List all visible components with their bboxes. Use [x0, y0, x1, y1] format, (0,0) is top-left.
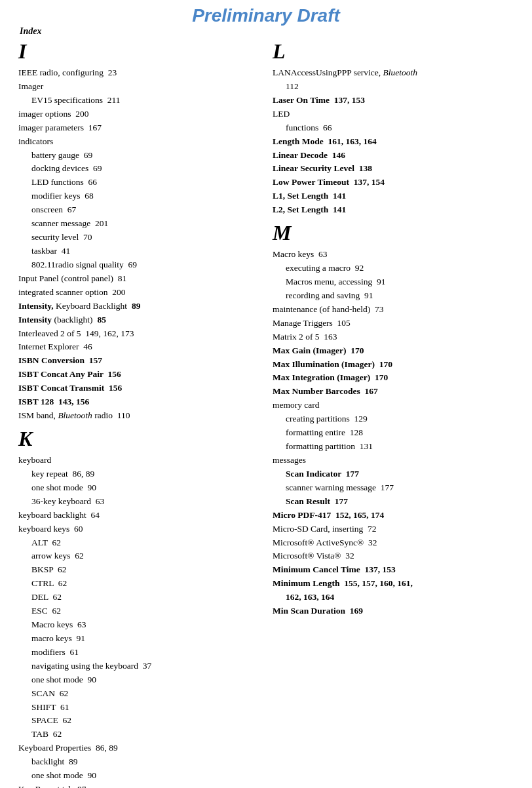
list-item: modifiers 61 [18, 646, 259, 660]
list-item: 112 [273, 80, 514, 94]
list-item: formatting entire 128 [273, 426, 514, 440]
main-content: I IEEE radio, configuring 23 Imager EV15… [0, 35, 532, 788]
left-column: I IEEE radio, configuring 23 Imager EV15… [18, 35, 259, 788]
list-item: security level 70 [18, 231, 259, 245]
list-item: Microsoft® Vista® 32 [273, 549, 514, 563]
letter-l: L [273, 39, 514, 64]
list-item: ISM band, Bluetooth radio 110 [18, 409, 259, 423]
list-item: SCAN 62 [18, 687, 259, 701]
list-item: Input Panel (control panel) 81 [18, 272, 259, 286]
list-item: macro keys 91 [18, 632, 259, 646]
page-title: Preliminary Draft [0, 5, 532, 26]
list-item: Min Scan Duration 169 [273, 604, 514, 618]
list-item: Intensity (backlight) 85 [18, 313, 259, 327]
list-item: ISBT 128 143, 156 [18, 395, 259, 409]
list-item: arrow keys 62 [18, 549, 259, 563]
list-item: indicators [18, 135, 259, 149]
list-item: ISBT Concat Transmit 156 [18, 382, 259, 395]
list-item: SHIFT 61 [18, 701, 259, 715]
list-item: ISBN Conversion 157 [18, 354, 259, 368]
list-item: keyboard keys 60 [18, 522, 259, 536]
list-item: Minimum Length 155, 157, 160, 161, [273, 577, 514, 591]
list-item: Low Power Timeout 137, 154 [273, 176, 514, 189]
list-item: L1, Set Length 141 [273, 189, 514, 203]
list-item: Micro-SD Card, inserting 72 [273, 522, 514, 536]
list-item: one shot mode 90 [18, 673, 259, 687]
list-item: one shot mode 90 [18, 481, 259, 495]
list-item: executing a macro 92 [273, 262, 514, 275]
list-item: TAB 62 [18, 728, 259, 741]
list-item: key repeat 86, 89 [18, 467, 259, 481]
list-item: Linear Decode 146 [273, 149, 514, 163]
list-item: Matrix 2 of 5 163 [273, 330, 514, 344]
list-item: BKSP 62 [18, 563, 259, 577]
list-item: keyboard backlight 64 [18, 509, 259, 522]
list-item: EV15 specifications 211 [18, 94, 259, 108]
list-item: Max Illumination (Imager) 170 [273, 358, 514, 372]
list-item: keyboard [18, 454, 259, 467]
list-item: Interleaved 2 of 5 149, 162, 173 [18, 327, 259, 341]
list-item: one shot mode 90 [18, 769, 259, 783]
list-item: functions 66 [273, 121, 514, 135]
list-item: Minimum Cancel Time 137, 153 [273, 563, 514, 577]
list-item: Laser On Time 137, 153 [273, 94, 514, 108]
list-item: ALT 62 [18, 536, 259, 550]
list-item: modifier keys 68 [18, 189, 259, 203]
list-item: Macro keys 63 [273, 248, 514, 262]
list-item: Max Number Barcodes 167 [273, 385, 514, 399]
list-item: Max Gain (Imager) 170 [273, 344, 514, 358]
list-item: LANAccessUsingPPP service, Bluetooth [273, 66, 514, 80]
list-item: scanner message 201 [18, 217, 259, 231]
list-item: Macros menu, accessing 91 [273, 275, 514, 289]
list-item: Max Integration (Imager) 170 [273, 371, 514, 385]
list-item: L2, Set Length 141 [273, 203, 514, 217]
list-item: Scan Indicator 177 [273, 467, 514, 481]
index-label: Index [20, 26, 41, 37]
list-item: Length Mode 161, 163, 164 [273, 135, 514, 149]
list-item: Micro PDF-417 152, 165, 174 [273, 509, 514, 522]
letter-m: M [273, 221, 514, 245]
letter-i: I [18, 39, 259, 64]
list-item: SPACE 62 [18, 714, 259, 728]
list-item: ISBT Concat Any Pair 156 [18, 368, 259, 382]
list-item: creating partitions 129 [273, 412, 514, 426]
list-item: navigating using the keyboard 37 [18, 660, 259, 673]
list-item: Macro keys 63 [18, 618, 259, 632]
list-item: Intensity, Keyboard Backlight 89 [18, 300, 259, 313]
list-item: Keyboard Properties 86, 89 [18, 741, 259, 755]
list-item: Scan Result 177 [273, 495, 514, 509]
list-item: ESC 62 [18, 604, 259, 618]
list-item: 162, 163, 164 [273, 591, 514, 604]
right-column: L LANAccessUsingPPP service, Bluetooth 1… [273, 35, 514, 788]
list-item: Manage Triggers 105 [273, 317, 514, 330]
list-item: messages [273, 454, 514, 467]
list-item: Key Repeat tab 87 [18, 783, 259, 788]
list-item: integrated scanner option 200 [18, 286, 259, 300]
list-item: recording and saving 91 [273, 289, 514, 303]
list-item: docking devices 69 [18, 162, 259, 176]
list-item: imager parameters 167 [18, 121, 259, 135]
list-item: 36-key keyboard 63 [18, 495, 259, 509]
list-item: Imager [18, 80, 259, 94]
list-item: taskbar 41 [18, 245, 259, 258]
list-item: memory card [273, 399, 514, 412]
page-header: Preliminary Draft [0, 0, 532, 29]
list-item: IEEE radio, configuring 23 [18, 66, 259, 80]
list-item: maintenance (of hand-held) 73 [273, 303, 514, 317]
list-item: LED functions 66 [18, 176, 259, 189]
list-item: scanner warning message 177 [273, 481, 514, 495]
list-item: backlight 89 [18, 755, 259, 769]
list-item: Microsoft® ActiveSync® 32 [273, 536, 514, 550]
list-item: Linear Security Level 138 [273, 162, 514, 176]
list-item: Internet Explorer 46 [18, 340, 259, 354]
list-item: CTRL 62 [18, 577, 259, 591]
list-item: battery gauge 69 [18, 149, 259, 163]
list-item: 802.11radio signal quality 69 [18, 258, 259, 272]
list-item: formatting partition 131 [273, 440, 514, 454]
letter-k: K [18, 427, 259, 451]
list-item: LED [273, 108, 514, 121]
list-item: onscreen 67 [18, 203, 259, 217]
list-item: DEL 62 [18, 591, 259, 604]
list-item: imager options 200 [18, 108, 259, 121]
